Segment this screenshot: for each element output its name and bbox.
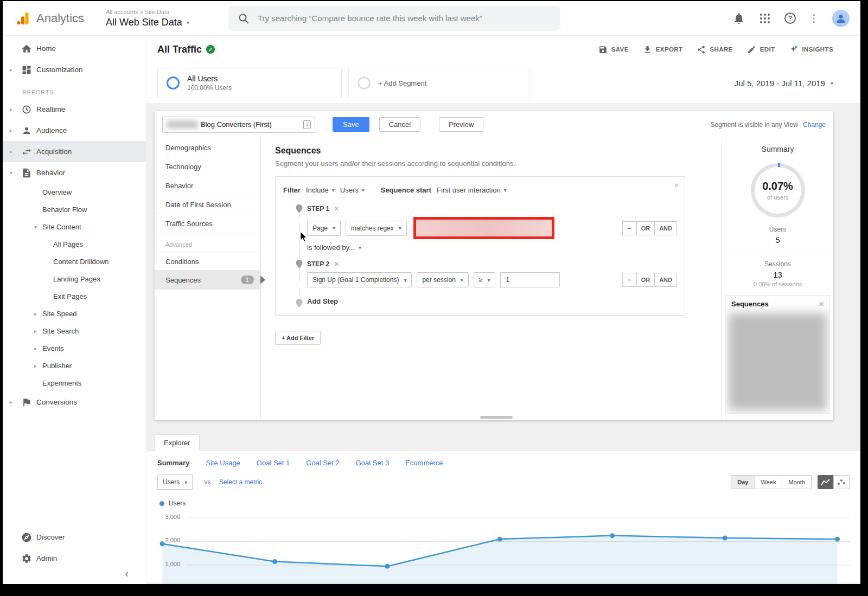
sidebar-item-acquisition[interactable]: ▸ Acquisition (3, 141, 146, 162)
more-options-icon[interactable]: ⋮ (809, 12, 819, 24)
segment-card-all-users[interactable]: All Users 100.00% Users (157, 68, 342, 98)
step-2-or-button[interactable]: OR (636, 273, 655, 287)
caret-right-icon: ▸ (34, 311, 37, 317)
select-a-metric-link[interactable]: Select a metric (219, 478, 262, 486)
sidebar-item-label: Admin (36, 554, 57, 562)
segment-cancel-button[interactable]: Cancel (379, 117, 420, 132)
sidebar-item-overview[interactable]: Overview (3, 183, 146, 201)
line-chart-type-button[interactable] (818, 475, 834, 489)
step-1-dimension-dropdown[interactable]: Page ▾ (307, 221, 341, 236)
step-1-operator-dropdown[interactable]: matches regex ▾ (346, 221, 407, 236)
step-2-value-input[interactable]: 1 (500, 272, 560, 287)
filter-close-icon[interactable]: ✕ (674, 182, 679, 189)
segment-preview-button[interactable]: Preview (439, 117, 483, 132)
insights-button[interactable]: INSIGHTS (789, 45, 833, 54)
subtab-goal-set-1[interactable]: Goal Set 1 (257, 459, 290, 467)
sidebar-item-landing-pages[interactable]: Landing Pages (3, 270, 146, 287)
followed-by-dropdown[interactable]: is followed by... ▾ (307, 243, 677, 252)
summary-sequences-label: Sequences (731, 300, 769, 308)
property-selector[interactable]: All Web Site Data ▾ (106, 17, 215, 28)
sidebar-item-exit-pages[interactable]: Exit Pages (3, 287, 146, 305)
step-1-remove-icon[interactable]: ✕ (334, 205, 339, 213)
motion-chart-type-button[interactable] (833, 475, 850, 489)
add-step-button[interactable]: Add Step (307, 297, 677, 305)
sidebar-item-home[interactable]: Home (3, 38, 146, 59)
verified-check-icon: ✓ (206, 45, 215, 54)
step-2-remove-icon[interactable]: ✕ (334, 260, 339, 268)
granularity-month-button[interactable]: Month (782, 475, 812, 489)
date-range-picker[interactable]: Jul 5, 2019 - Jul 11, 2019 ▾ (735, 79, 833, 88)
horizontal-scrollbar-thumb[interactable] (480, 416, 513, 419)
menu-item-technology[interactable]: Technology (155, 157, 260, 176)
analytics-logo[interactable]: Analytics (15, 10, 106, 27)
edit-button[interactable]: EDIT (747, 45, 775, 54)
sidebar-item-all-pages[interactable]: All Pages (3, 235, 146, 253)
scope-dropdown[interactable]: Users ▾ (340, 186, 365, 194)
sidebar-item-experiments[interactable]: Experiments (3, 374, 146, 392)
sidebar-item-behavior[interactable]: ▾ Behavior (3, 162, 146, 183)
step-1-remove-condition-button[interactable]: − (622, 221, 637, 235)
menu-item-conditions[interactable]: Conditions (155, 252, 260, 271)
sidebar-item-content-drilldown[interactable]: Content Drilldown (3, 253, 146, 270)
sidebar-item-site-search[interactable]: ▸ Site Search (3, 322, 146, 339)
caret-down-icon: ▾ (333, 225, 335, 231)
traffic-line-chart-svg[interactable] (157, 511, 850, 584)
sidebar-item-events[interactable]: ▸ Events (3, 339, 146, 357)
sidebar-collapse-icon[interactable]: ‹ (125, 567, 129, 580)
main-content: All Traffic ✓ SAVE EXPORT SHARE (146, 36, 860, 584)
save-button[interactable]: SAVE (598, 45, 629, 54)
menu-item-behavior[interactable]: Behavior (155, 176, 260, 195)
step-1-and-button[interactable]: AND (654, 221, 677, 235)
step-2-scope-dropdown[interactable]: per session ▾ (417, 272, 468, 287)
notifications-bell-icon[interactable] (732, 12, 745, 25)
subtab-ecommerce[interactable]: Ecommerce (405, 459, 443, 467)
sidebar-item-behavior-flow[interactable]: Behavior Flow (3, 201, 146, 218)
subtab-site-usage[interactable]: Site Usage (206, 459, 240, 467)
sidebar-item-realtime[interactable]: ▸ Realtime (3, 99, 146, 120)
sidebar-item-admin[interactable]: Admin (3, 548, 146, 569)
help-icon[interactable]: ? (784, 12, 796, 24)
add-segment-card[interactable]: + Add Segment (348, 68, 530, 98)
sidebar-item-discover[interactable]: Discover (3, 527, 146, 548)
add-filter-button[interactable]: + Add Filter (275, 331, 321, 345)
step-2-dimension-dropdown[interactable]: Sign Up (Goal 1 Completions) ▾ (307, 272, 412, 287)
granularity-day-button[interactable]: Day (731, 475, 755, 489)
subtab-summary[interactable]: Summary (157, 459, 189, 467)
segment-save-button[interactable]: Save (333, 117, 369, 132)
sidebar-item-site-content[interactable]: ▾ Site Content (3, 218, 146, 235)
user-avatar[interactable] (832, 10, 850, 27)
export-button[interactable]: EXPORT (643, 45, 683, 54)
segment-name-input[interactable]: Blog Converters (First) ↧ (162, 117, 315, 133)
google-apps-grid-icon[interactable] (758, 12, 771, 25)
menu-item-date-of-first-session[interactable]: Date of First Session (155, 195, 260, 214)
sidebar-item-publisher[interactable]: ▸ Publisher (3, 357, 146, 374)
menu-item-demographics[interactable]: Demographics (155, 138, 260, 157)
change-visibility-link[interactable]: Change (803, 121, 826, 129)
sidebar-item-customization[interactable]: ▸ Customization (3, 59, 146, 80)
breadcrumb[interactable]: All accounts > Site Data (106, 9, 215, 15)
step-2-and-button[interactable]: AND (654, 273, 677, 287)
sidebar-item-site-speed[interactable]: ▸ Site Speed (3, 305, 146, 322)
sidebar-item-conversions[interactable]: ▸ Conversions (3, 392, 146, 413)
search-bar[interactable]: Try searching “Compare bounce rate this … (228, 6, 560, 31)
step-1-or-button[interactable]: OR (636, 221, 655, 235)
caret-down-icon: ▾ (10, 170, 12, 176)
subtab-goal-set-3[interactable]: Goal Set 3 (356, 459, 389, 467)
tab-explorer[interactable]: Explorer (154, 434, 200, 451)
metric-dropdown[interactable]: Users ▾ (157, 475, 193, 490)
menu-item-traffic-sources[interactable]: Traffic Sources (155, 214, 260, 233)
step-2-remove-condition-button[interactable]: − (622, 273, 637, 287)
report-header: All Traffic ✓ SAVE EXPORT SHARE (146, 36, 860, 63)
subtab-goal-set-2[interactable]: Goal Set 2 (306, 459, 339, 467)
step-2-comparator-dropdown[interactable]: ≥ ▾ (474, 272, 496, 287)
granularity-week-button[interactable]: Week (755, 475, 783, 489)
segment-gallery-icon[interactable]: ↧ (303, 120, 311, 129)
sidebar-item-audience[interactable]: ▸ Audience (3, 120, 146, 141)
summary-sequences-close-icon[interactable]: ✕ (819, 300, 824, 308)
step-1-value-input-redacted[interactable] (416, 220, 552, 236)
menu-item-sequences[interactable]: Sequences 1 (155, 271, 260, 290)
redacted-sequences-preview (729, 313, 827, 411)
share-button[interactable]: SHARE (697, 45, 732, 54)
include-dropdown[interactable]: Include ▾ (306, 186, 335, 194)
sequence-start-dropdown[interactable]: First user interaction ▾ (437, 186, 507, 194)
